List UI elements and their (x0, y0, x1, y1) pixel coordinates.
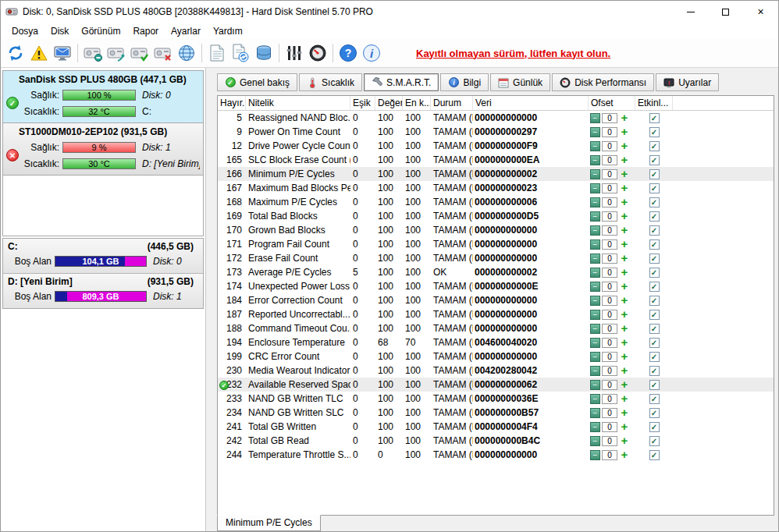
table-row[interactable]: 233NAND GB Written TLC0100100TAMAM (H...… (218, 392, 774, 406)
enabled-checkbox[interactable]: ✓ (649, 141, 660, 151)
offset-increase-button[interactable]: + (619, 126, 630, 137)
enabled-checkbox[interactable]: ✓ (649, 211, 660, 222)
offset-decrease-button[interactable]: − (590, 324, 600, 334)
tab-bilgi[interactable]: i Bilgi (440, 73, 489, 91)
enabled-checkbox[interactable]: ✓ (649, 352, 660, 362)
table-row[interactable]: 168Maximum P/E Cycles0100100TAMAM (H...0… (218, 195, 774, 209)
offset-decrease-button[interactable]: − (590, 422, 600, 432)
offset-decrease-button[interactable]: − (590, 113, 600, 123)
menu-yardim[interactable]: Yardım (207, 24, 249, 38)
table-row[interactable]: 172Erase Fail Count0100100TAMAM (H...000… (218, 251, 774, 265)
title-bar[interactable]: Disk: 0, SanDisk SSD PLUS 480GB [20388K4… (1, 1, 778, 23)
offset-decrease-button[interactable]: − (590, 155, 600, 165)
table-row[interactable]: 230Media Wearout Indicator0100100TAMAM (… (218, 364, 774, 378)
offset-decrease-button[interactable]: − (590, 436, 600, 446)
enabled-checkbox[interactable]: ✓ (649, 436, 660, 446)
offset-decrease-button[interactable]: − (590, 450, 600, 460)
tab-smart[interactable]: S.M.A.R.T. (364, 73, 439, 91)
offset-increase-button[interactable]: + (619, 407, 630, 418)
enabled-checkbox[interactable]: ✓ (649, 239, 660, 250)
offset-increase-button[interactable]: + (619, 112, 630, 123)
offset-decrease-button[interactable]: − (590, 338, 600, 348)
table-row[interactable]: 199CRC Error Count0100100TAMAM (H...0000… (218, 349, 774, 364)
table-row[interactable]: 169Total Bad Blocks0100100TAMAM (H...000… (218, 209, 774, 223)
enabled-checkbox[interactable]: ✓ (649, 450, 660, 460)
offset-increase-button[interactable]: + (619, 351, 630, 362)
report-button[interactable] (205, 41, 229, 65)
disk-detect-button[interactable] (81, 41, 105, 65)
table-row[interactable]: 234NAND GB Written SLC0100100TAMAM (H...… (218, 406, 774, 420)
table-row[interactable]: ✓232Available Reserved Space0100100TAMAM… (218, 378, 774, 392)
table-row[interactable]: 5Reassigned NAND Bloc...0100100TAMAM (H.… (218, 111, 774, 125)
enabled-checkbox[interactable]: ✓ (649, 127, 660, 137)
disk-test-button[interactable] (128, 41, 151, 65)
offset-decrease-button[interactable]: − (590, 282, 600, 292)
close-button[interactable]: × (743, 1, 778, 23)
offset-decrease-button[interactable]: − (590, 380, 600, 390)
enabled-checkbox[interactable]: ✓ (649, 366, 660, 376)
offset-decrease-button[interactable]: − (590, 239, 600, 250)
warning-button[interactable] (27, 41, 51, 65)
enabled-checkbox[interactable]: ✓ (649, 310, 660, 320)
table-row[interactable]: 194Enclosure Temperature06870TAMAM (H...… (218, 335, 774, 349)
message-monitor-button[interactable] (51, 41, 74, 65)
register-link[interactable]: Kayıtlı olmayan sürüm, lütfen kayıt olun… (416, 48, 610, 59)
offset-increase-button[interactable]: + (619, 183, 630, 193)
table-row[interactable]: 188Command Timeout Cou...0100100TAMAM (H… (218, 321, 774, 335)
table-row[interactable]: 167Maximum Bad Blocks Pe...0100100TAMAM … (218, 181, 774, 195)
enabled-checkbox[interactable]: ✓ (649, 169, 660, 179)
column-header[interactable]: Hayır. (218, 96, 246, 110)
offset-increase-button[interactable]: + (619, 154, 630, 165)
offset-decrease-button[interactable]: − (590, 296, 600, 306)
maximize-button[interactable] (708, 1, 743, 23)
disk-panel-0[interactable]: SanDisk SSD PLUS 480GB (447,1 GB) ✓ Sağl… (3, 71, 203, 123)
offset-decrease-button[interactable]: − (590, 225, 600, 236)
tab-uyarilar[interactable]: ! Uyarılar (656, 73, 719, 91)
refresh-report-button[interactable] (229, 41, 252, 65)
offset-increase-button[interactable]: + (619, 168, 630, 179)
offset-increase-button[interactable]: + (619, 140, 630, 151)
offset-increase-button[interactable]: + (619, 393, 630, 404)
enabled-checkbox[interactable]: ✓ (649, 225, 660, 236)
enabled-checkbox[interactable]: ✓ (649, 422, 660, 432)
disk-connect-button[interactable] (105, 41, 128, 65)
offset-increase-button[interactable]: + (619, 421, 630, 432)
offset-increase-button[interactable]: + (619, 281, 630, 292)
column-header[interactable]: Nitelik (246, 96, 350, 110)
table-row[interactable]: 244Temperature Throttle S...00100TAMAM (… (218, 448, 774, 462)
enabled-checkbox[interactable]: ✓ (649, 338, 660, 348)
table-row[interactable]: 166Minimum P/E Cycles0100100TAMAM (H...0… (218, 167, 774, 181)
tab-disk-performansi[interactable]: Disk Performansı (552, 73, 654, 91)
offset-decrease-button[interactable]: − (590, 268, 600, 278)
table-row[interactable]: 242Total GB Read0100100TAMAM (H...000000… (218, 434, 774, 448)
enabled-checkbox[interactable]: ✓ (649, 113, 660, 123)
menu-ayarlar[interactable]: Ayarlar (165, 24, 207, 38)
column-header[interactable]: Durum (431, 96, 473, 110)
gauge-button[interactable] (306, 41, 329, 65)
table-row[interactable]: 187Reported Uncorrectabl...0100100TAMAM … (218, 307, 774, 321)
offset-increase-button[interactable]: + (619, 449, 630, 460)
offset-increase-button[interactable]: + (619, 267, 630, 278)
offset-decrease-button[interactable]: − (590, 408, 600, 418)
enabled-checkbox[interactable]: ✓ (649, 155, 660, 165)
table-row[interactable]: 174Unexpected Power Loss...0100100TAMAM … (218, 279, 774, 293)
menu-dosya[interactable]: Dosya (5, 24, 44, 38)
offset-decrease-button[interactable]: − (590, 127, 600, 137)
table-row[interactable]: 173Average P/E Cycles5100100OK0000000000… (218, 265, 774, 279)
enabled-checkbox[interactable]: ✓ (649, 254, 660, 264)
table-row[interactable]: 170Grown Bad Blocks0100100TAMAM (H...000… (218, 223, 774, 237)
offset-decrease-button[interactable]: − (590, 352, 600, 362)
enabled-checkbox[interactable]: ✓ (649, 268, 660, 278)
offset-increase-button[interactable]: + (619, 295, 630, 306)
enabled-checkbox[interactable]: ✓ (649, 296, 660, 306)
offset-increase-button[interactable]: + (619, 323, 630, 334)
menu-rapor[interactable]: Rapor (126, 24, 165, 38)
table-row[interactable]: 171Program Fail Count0100100TAMAM (H...0… (218, 237, 774, 251)
offset-decrease-button[interactable]: − (590, 169, 600, 179)
menu-gorunum[interactable]: Görünüm (75, 24, 126, 38)
offset-decrease-button[interactable]: − (590, 197, 600, 207)
column-header[interactable]: Ofset (589, 96, 635, 110)
offset-increase-button[interactable]: + (619, 197, 630, 207)
offset-decrease-button[interactable]: − (590, 394, 600, 404)
column-header[interactable]: En k... (403, 96, 431, 110)
